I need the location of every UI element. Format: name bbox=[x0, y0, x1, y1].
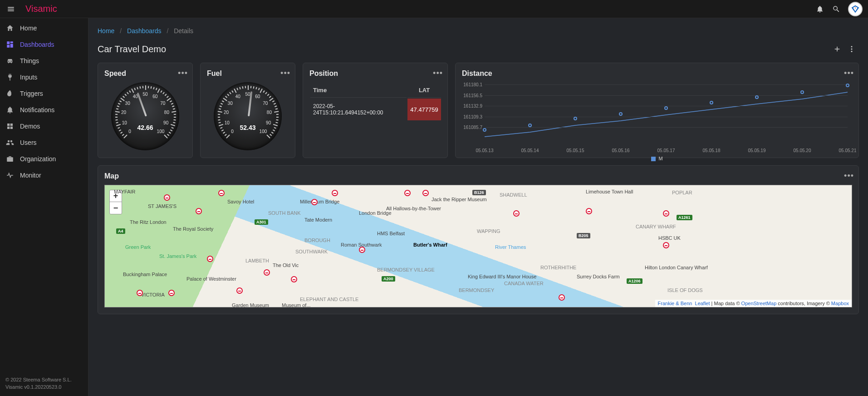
card-title: Map bbox=[104, 172, 852, 180]
col-time: Time bbox=[310, 83, 407, 98]
map-label: LAMBETH bbox=[245, 258, 269, 263]
tube-station-icon bbox=[359, 247, 365, 253]
map-road-shield: A1206 bbox=[627, 278, 642, 284]
map-label: BOROUGH bbox=[304, 238, 330, 243]
sidebar-item-triggers[interactable]: Triggers bbox=[0, 85, 88, 102]
map-road-shield: A1261 bbox=[677, 215, 692, 220]
map-label: CANARY WHARF bbox=[636, 224, 676, 229]
sidebar-footer: © 2022 Steema Software S.L. Visamic v0.1… bbox=[0, 371, 88, 396]
sidebar-item-label: Users bbox=[20, 139, 37, 146]
map-label: Palace of Westminster bbox=[186, 276, 236, 282]
card-title: Position bbox=[309, 69, 441, 78]
tube-station-icon bbox=[513, 210, 520, 217]
sidebar-item-label: Notifications bbox=[20, 106, 54, 114]
cell-lat: 47.477759 bbox=[407, 99, 441, 120]
map-label: MAYFAIR bbox=[114, 189, 135, 194]
map-view[interactable]: + − Frankie & Benn Leaflet | Map data © … bbox=[104, 185, 852, 307]
hamburger-icon bbox=[7, 5, 15, 13]
legend-swatch bbox=[651, 157, 656, 161]
card-menu-button[interactable]: ••• bbox=[844, 171, 854, 181]
tube-station-icon bbox=[559, 294, 565, 301]
bell-icon bbox=[816, 5, 824, 13]
col-lat: LAT bbox=[407, 83, 441, 98]
map-zoom-out-button[interactable]: − bbox=[110, 202, 122, 214]
bell-icon bbox=[5, 105, 15, 114]
svg-point-0 bbox=[855, 7, 856, 8]
add-widget-button[interactable] bbox=[830, 42, 844, 56]
map-road-shield: A4 bbox=[116, 228, 125, 234]
map-label: The Old Vic bbox=[273, 262, 299, 268]
breadcrumb-current: Details bbox=[174, 27, 193, 35]
tube-station-icon bbox=[218, 190, 225, 196]
sidebar-item-dashboards[interactable]: Dashboards bbox=[0, 36, 88, 53]
sidebar-item-inputs[interactable]: Inputs bbox=[0, 69, 88, 85]
plug-icon bbox=[5, 73, 15, 82]
map-mapbox-link[interactable]: Mapbox bbox=[831, 301, 849, 306]
map-label: Jack the Ripper Museum bbox=[432, 197, 487, 202]
page-menu-button[interactable] bbox=[844, 42, 859, 56]
sidebar-item-label: Inputs bbox=[20, 74, 37, 81]
map-label: Buckingham Palace bbox=[123, 272, 167, 277]
fuel-value: 52.43 bbox=[214, 124, 282, 131]
position-table-scroll[interactable]: Time LAT LON 2022-05-24T15:10:21.6494152… bbox=[309, 82, 441, 121]
speed-value: 42.66 bbox=[111, 124, 179, 131]
map-attr-link[interactable]: Frankie & Benn bbox=[658, 301, 692, 306]
map-attr-text: | Map data © bbox=[710, 301, 741, 306]
search-icon bbox=[832, 5, 840, 13]
card-menu-button[interactable]: ••• bbox=[433, 69, 443, 78]
tube-station-icon bbox=[164, 194, 170, 201]
plus-icon bbox=[833, 45, 841, 53]
tube-station-icon bbox=[168, 290, 175, 296]
speed-gauge: 0102030405060708090100 42.66 bbox=[111, 82, 179, 150]
tube-station-icon bbox=[663, 242, 669, 248]
user-avatar[interactable] bbox=[848, 2, 863, 16]
map-leaflet-link[interactable]: Leaflet bbox=[695, 301, 710, 306]
map-osm-link[interactable]: OpenStreetMap bbox=[741, 301, 777, 306]
breadcrumb-dashboards[interactable]: Dashboards bbox=[127, 27, 162, 35]
map-label: WAPPING bbox=[477, 228, 500, 234]
notifications-button[interactable] bbox=[812, 1, 828, 17]
sidebar-item-home[interactable]: Home bbox=[0, 20, 88, 36]
speed-card: Speed ••• 0102030405060708090100 42.66 bbox=[98, 63, 193, 158]
breadcrumb-home[interactable]: Home bbox=[98, 27, 114, 35]
legend-label: M bbox=[658, 156, 662, 161]
map-label: The Royal Society bbox=[173, 226, 213, 232]
briefcase-icon bbox=[5, 154, 15, 163]
map-label: Garden Museum bbox=[232, 302, 269, 307]
map-road-shield: A301 bbox=[255, 219, 268, 225]
card-menu-button[interactable]: ••• bbox=[844, 69, 854, 78]
sidebar-item-notifications[interactable]: Notifications bbox=[0, 102, 88, 118]
tube-station-icon bbox=[196, 208, 202, 214]
map-road-shield: B205 bbox=[577, 233, 590, 238]
menu-toggle-button[interactable] bbox=[5, 4, 16, 15]
copyright-text: © 2022 Steema Software S.L. bbox=[5, 376, 83, 383]
sidebar-item-label: Dashboards bbox=[20, 41, 54, 48]
tube-station-icon bbox=[586, 208, 592, 214]
sidebar-item-label: Organization bbox=[20, 155, 56, 163]
chart-legend: M bbox=[462, 156, 852, 161]
tube-station-icon bbox=[137, 290, 143, 296]
search-button[interactable] bbox=[828, 1, 844, 17]
svg-point-1 bbox=[851, 46, 853, 47]
card-menu-button[interactable]: ••• bbox=[178, 69, 188, 78]
map-label: King Edward III's Manor House bbox=[468, 274, 536, 279]
map-label: BERMONDSEY VILLAGE bbox=[377, 267, 435, 272]
sidebar-item-monitor[interactable]: Monitor bbox=[0, 167, 88, 183]
map-label: ST JAMES'S bbox=[148, 203, 177, 209]
tube-station-icon bbox=[264, 269, 270, 276]
map-label: Green Park bbox=[125, 244, 151, 250]
map-label: CANADA WATER bbox=[504, 281, 544, 286]
map-label: HSBC UK bbox=[658, 235, 681, 241]
position-table: Time LAT LON 2022-05-24T15:10:21.6494152… bbox=[309, 82, 441, 121]
card-menu-button[interactable]: ••• bbox=[280, 69, 290, 78]
map-label: Butler's Wharf bbox=[413, 242, 447, 248]
sidebar-item-things[interactable]: Things bbox=[0, 53, 88, 69]
sidebar-item-label: Triggers bbox=[20, 90, 43, 97]
fuel-gauge: 0102030405060708090100 52.43 bbox=[214, 82, 282, 150]
sidebar-item-organization[interactable]: Organization bbox=[0, 151, 88, 167]
breadcrumb-sep: / bbox=[120, 27, 122, 35]
sidebar-item-demos[interactable]: Demos bbox=[0, 118, 88, 134]
map-label: All Hallows-by-the-Tower bbox=[386, 206, 441, 211]
sidebar-item-users[interactable]: Users bbox=[0, 134, 88, 151]
people-icon bbox=[5, 138, 15, 147]
